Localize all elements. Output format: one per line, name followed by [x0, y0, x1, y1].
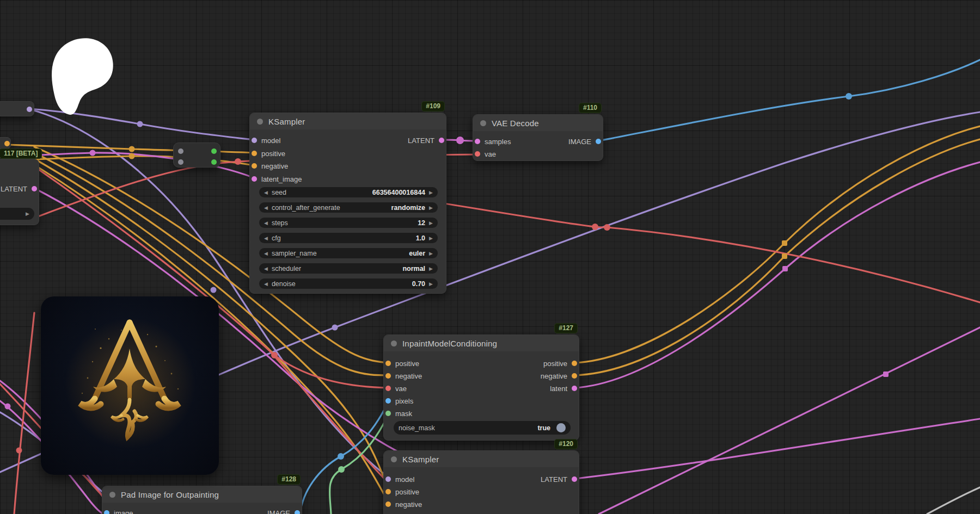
input-slot-latent-image[interactable]	[252, 176, 257, 182]
link-dot-square[interactable]	[883, 371, 889, 377]
output-label: LATENT	[1, 185, 27, 193]
input-slot-vae[interactable]	[385, 386, 391, 391]
input-slot-samples[interactable]	[475, 139, 480, 144]
node-stub-left[interactable]	[0, 137, 11, 149]
input-slot-model[interactable]	[385, 476, 391, 482]
sampler-name-widget[interactable]: ◀ sampler_name euler ▶	[259, 248, 438, 258]
input-slot-negative[interactable]	[252, 163, 257, 169]
link-dot[interactable]	[129, 153, 135, 159]
decrement-arrow-icon[interactable]: ◀	[264, 220, 268, 226]
output-slot-latent[interactable]	[439, 138, 444, 143]
decrement-arrow-icon[interactable]: ◀	[264, 281, 268, 287]
seed-widget[interactable]: ◀ seed 66356400016844 ▶	[259, 187, 438, 197]
toggle-knob-icon[interactable]	[556, 423, 566, 432]
increment-arrow-icon[interactable]: ▶	[26, 211, 29, 216]
increment-arrow-icon[interactable]: ▶	[429, 251, 433, 256]
input-slot-negative[interactable]	[385, 373, 391, 379]
output-slot-image[interactable]	[596, 139, 601, 144]
link-dot[interactable]	[211, 287, 217, 293]
link-dot[interactable]	[846, 93, 852, 100]
wire-latent-out-120	[575, 419, 980, 479]
output-slot-latent[interactable]	[572, 476, 577, 482]
node-vae-decode-110[interactable]: #110 VAE Decode samples vae IMAGE	[473, 114, 603, 161]
collapse-dot-icon[interactable]	[391, 456, 397, 462]
node-left-latent[interactable]: 117 [BETA] LATENT 50 ▶	[0, 159, 39, 225]
link-dot-square[interactable]	[782, 253, 787, 259]
output-label: negative	[541, 372, 567, 380]
node-ksampler-120[interactable]: #120 KSampler model positive negative LA…	[383, 450, 579, 514]
node-titlebar[interactable]: KSampler	[250, 113, 446, 129]
cfg-widget[interactable]: ◀ cfg 1.0 ▶	[259, 233, 438, 243]
output-slot-conditioning[interactable]	[4, 141, 10, 146]
increment-arrow-icon[interactable]: ▶	[429, 220, 433, 226]
increment-arrow-icon[interactable]: ▶	[429, 281, 433, 287]
link-dot-square[interactable]	[782, 266, 788, 271]
link-dot[interactable]	[90, 150, 96, 156]
collapse-dot-icon[interactable]	[109, 492, 115, 498]
decrement-arrow-icon[interactable]: ◀	[264, 205, 268, 210]
input-slot-positive[interactable]	[385, 361, 391, 366]
output-slot-model[interactable]	[27, 107, 32, 112]
node-reroute-box[interactable]	[173, 143, 220, 168]
decrement-arrow-icon[interactable]: ◀	[264, 190, 268, 195]
link-dot[interactable]	[338, 466, 345, 473]
link-dot[interactable]	[604, 224, 610, 231]
decrement-arrow-icon[interactable]: ◀	[264, 236, 268, 241]
link-dot[interactable]	[137, 121, 143, 127]
input-slot-positive[interactable]	[252, 151, 257, 156]
node-titlebar[interactable]: Pad Image for Outpainting	[102, 486, 302, 503]
increment-arrow-icon[interactable]: ▶	[429, 205, 433, 210]
collapse-dot-icon[interactable]	[257, 119, 263, 125]
input-slot[interactable]	[178, 148, 183, 154]
node-title: KSampler	[402, 455, 439, 464]
clipped-number-widget[interactable]: 50 ▶	[0, 208, 34, 220]
node-titlebar[interactable]: VAE Decode	[473, 115, 603, 131]
output-slot-latent[interactable]	[32, 186, 37, 191]
node-ksampler-109[interactable]: #109 KSampler model positive negative la…	[249, 113, 446, 294]
node-collapsed-left[interactable]	[0, 101, 34, 116]
link-dot[interactable]	[332, 325, 338, 331]
output-slot-negative[interactable]	[572, 373, 577, 379]
image-preview-node[interactable]	[41, 296, 219, 475]
link-dot[interactable]	[129, 146, 135, 152]
control-after-generate-widget[interactable]: ◀ control_after_generate randomize ▶	[259, 202, 438, 213]
output-slot-positive[interactable]	[572, 361, 577, 366]
input-slot-positive[interactable]	[385, 489, 391, 494]
decrement-arrow-icon[interactable]: ◀	[264, 266, 268, 271]
denoise-widget[interactable]: ◀ denoise 0.70 ▶	[259, 278, 438, 289]
link-dot[interactable]	[235, 158, 241, 165]
output-slot-latent[interactable]	[572, 386, 577, 391]
input-slot-pixels[interactable]	[385, 398, 391, 404]
increment-arrow-icon[interactable]: ▶	[429, 266, 433, 271]
input-slot-vae[interactable]	[475, 151, 480, 157]
output-slot[interactable]	[211, 148, 217, 154]
noise-mask-toggle-widget[interactable]: noise_mask true	[394, 421, 571, 435]
link-dot[interactable]	[592, 224, 598, 230]
output-slot[interactable]	[211, 159, 217, 165]
node-pad-outpainting-128[interactable]: #128 Pad Image for Outpainting image IMA…	[102, 486, 302, 514]
input-slot[interactable]	[178, 159, 183, 165]
link-dot[interactable]	[5, 404, 11, 410]
steps-widget[interactable]: ◀ steps 12 ▶	[259, 218, 438, 228]
input-slot-image[interactable]	[104, 510, 109, 514]
link-dot[interactable]	[271, 352, 278, 358]
collapse-dot-icon[interactable]	[391, 340, 397, 346]
collapse-dot-icon[interactable]	[480, 120, 486, 126]
link-dot-square[interactable]	[782, 240, 787, 246]
input-slot-negative[interactable]	[385, 501, 391, 507]
node-inpaint-conditioning-127[interactable]: #127 InpaintModelConditioning positive n…	[383, 335, 579, 441]
node-graph-canvas[interactable]: 117 [BETA] LATENT 50 ▶ #109 KSampler mod…	[0, 0, 980, 514]
input-label: positive	[261, 150, 285, 158]
link-dot[interactable]	[338, 453, 344, 460]
node-titlebar[interactable]: InpaintModelConditioning	[384, 335, 579, 351]
input-slot-mask[interactable]	[385, 411, 391, 416]
decrement-arrow-icon[interactable]: ◀	[264, 251, 268, 256]
output-slot-image[interactable]	[295, 510, 300, 514]
increment-arrow-icon[interactable]: ▶	[429, 236, 433, 241]
scheduler-widget[interactable]: ◀ scheduler normal ▶	[259, 263, 438, 274]
increment-arrow-icon[interactable]: ▶	[429, 190, 433, 195]
link-dot[interactable]	[456, 137, 464, 144]
input-slot-model[interactable]	[252, 138, 257, 143]
node-titlebar[interactable]: KSampler	[384, 451, 579, 467]
link-dot[interactable]	[16, 448, 22, 454]
